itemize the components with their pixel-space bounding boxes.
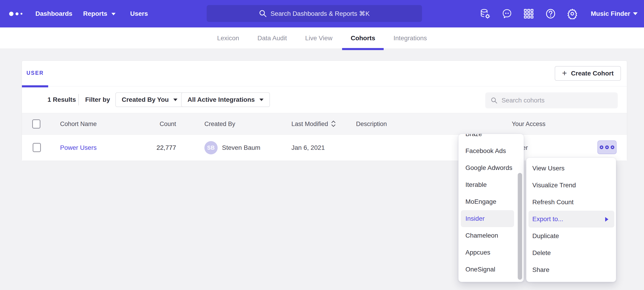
cohort-search-input[interactable]: [502, 97, 612, 104]
tab-lexicon[interactable]: Lexicon: [217, 28, 239, 49]
menu-item-visualize-trend[interactable]: Visualize Trend: [526, 177, 616, 194]
cohorts-card: USER + Create Cohort 1 Results Filter by…: [22, 61, 627, 160]
cohorts-page: Dashboards Reports Users Search Dashboar…: [0, 0, 644, 290]
menu-item-refresh-count[interactable]: Refresh Count: [526, 194, 616, 211]
col-your-access: Your Access: [512, 113, 546, 135]
row-context-menu: View Users Visualize Trend Refresh Count…: [526, 158, 616, 282]
menu-item-delete[interactable]: Delete: [526, 244, 616, 261]
overflow-dot-icon: [605, 146, 609, 149]
created-by-filter-label: Created By You: [122, 96, 169, 103]
results-count: 1 Results: [48, 86, 76, 113]
search-icon: [259, 10, 267, 17]
select-all-checkbox[interactable]: [32, 119, 40, 128]
logo-dot-medium: [16, 12, 18, 15]
menu-item-export-to-label: Export to...: [532, 215, 563, 223]
table-row: Power Users 22,777 SB Steven Baum Jan 6,…: [22, 135, 627, 161]
feedback-icon[interactable]: [501, 8, 513, 20]
col-cohort-name: Cohort Name: [60, 113, 97, 135]
nav-reports[interactable]: Reports: [83, 0, 116, 28]
chevron-down-icon: [260, 99, 264, 101]
table-header: Cohort Name Count Created By Last Modifi…: [22, 113, 627, 135]
tab-live-view[interactable]: Live View: [305, 28, 332, 49]
menu-item-view-users[interactable]: View Users: [526, 160, 616, 177]
chevron-down-icon: [173, 99, 178, 101]
menu-item-share[interactable]: Share: [526, 261, 616, 278]
tab-cohorts[interactable]: Cohorts: [351, 28, 375, 49]
menu-item-braze[interactable]: Braze: [458, 134, 524, 142]
search-icon: [491, 97, 498, 104]
row-overflow-menu-button[interactable]: [598, 140, 616, 154]
integrations-filter-label: All Active Integrations: [188, 96, 255, 103]
cohort-count: 22,777: [136, 135, 176, 161]
divider: [78, 94, 79, 105]
nav-dashboards[interactable]: Dashboards: [36, 0, 72, 28]
logo-dot-large: [9, 12, 14, 16]
integrations-filter-dropdown[interactable]: All Active Integrations: [181, 92, 270, 107]
tab-data-audit[interactable]: Data Audit: [257, 28, 287, 49]
menu-scrollbar-thumb[interactable]: [518, 173, 522, 280]
created-by-filter-dropdown[interactable]: Created By You: [115, 92, 184, 107]
filter-toolbar: 1 Results Filter by Created By You All A…: [22, 86, 627, 113]
section-tabs: Lexicon Data Audit Live View Cohorts Int…: [0, 28, 644, 49]
nav-reports-label: Reports: [83, 10, 107, 17]
overflow-dot-icon: [600, 146, 603, 149]
help-icon[interactable]: [545, 8, 556, 20]
logo-dot-small: [20, 13, 22, 15]
cohort-search: [485, 92, 618, 108]
menu-item-chameleon[interactable]: Chameleon: [458, 227, 524, 244]
col-last-modified-label: Last Modified: [292, 120, 328, 127]
menu-item-iterable[interactable]: Iterable: [458, 176, 524, 193]
col-count: Count: [136, 113, 176, 135]
sort-icon: [331, 120, 336, 127]
last-modified-date: Jan 6, 2021: [292, 135, 325, 161]
col-last-modified[interactable]: Last Modified: [292, 113, 336, 135]
menu-item-export-to[interactable]: Export to...: [528, 211, 614, 228]
plus-icon: +: [562, 69, 567, 77]
cohort-name-link[interactable]: Power Users: [60, 135, 96, 161]
created-by-name: Steven Baum: [222, 135, 260, 161]
mixpanel-logo[interactable]: [9, 0, 22, 28]
tab-integrations[interactable]: Integrations: [394, 28, 427, 49]
account-menu[interactable]: Music Finder: [591, 0, 630, 28]
export-destinations-menu: Braze Facebook Ads Google Adwords Iterab…: [458, 134, 524, 282]
menu-item-onesignal[interactable]: OneSignal: [458, 261, 524, 278]
menu-item-insider[interactable]: Insider: [461, 210, 514, 227]
nav-users[interactable]: Users: [130, 0, 148, 28]
settings-icon[interactable]: [566, 8, 578, 20]
menu-item-duplicate[interactable]: Duplicate: [526, 228, 616, 244]
account-chevron-down-icon[interactable]: [633, 12, 638, 15]
overflow-dot-icon: [611, 146, 614, 149]
menu-item-facebook-ads[interactable]: Facebook Ads: [458, 142, 524, 160]
chevron-down-icon: [112, 13, 116, 15]
card-header: USER + Create Cohort: [22, 61, 627, 86]
submenu-arrow-icon: [605, 217, 608, 222]
avatar: SB: [204, 141, 218, 154]
global-search-input[interactable]: Search Dashboards & Reports ⌘K: [207, 5, 422, 22]
tab-user-cohorts[interactable]: USER: [26, 70, 44, 76]
row-checkbox[interactable]: [33, 143, 41, 152]
data-management-icon[interactable]: [479, 8, 491, 20]
menu-item-google-adwords[interactable]: Google Adwords: [458, 160, 524, 176]
create-cohort-button[interactable]: + Create Cohort: [555, 66, 621, 81]
menu-item-appcues[interactable]: Appcues: [458, 244, 524, 261]
apps-grid-icon[interactable]: [523, 8, 534, 20]
global-search-placeholder: Search Dashboards & Reports ⌘K: [270, 10, 370, 17]
col-created-by: Created By: [204, 113, 235, 135]
create-cohort-label: Create Cohort: [571, 70, 614, 77]
filter-by-label: Filter by: [85, 86, 110, 113]
col-description: Description: [356, 113, 387, 135]
menu-item-moengage[interactable]: MoEngage: [458, 193, 524, 210]
top-navbar: Dashboards Reports Users Search Dashboar…: [0, 0, 644, 28]
